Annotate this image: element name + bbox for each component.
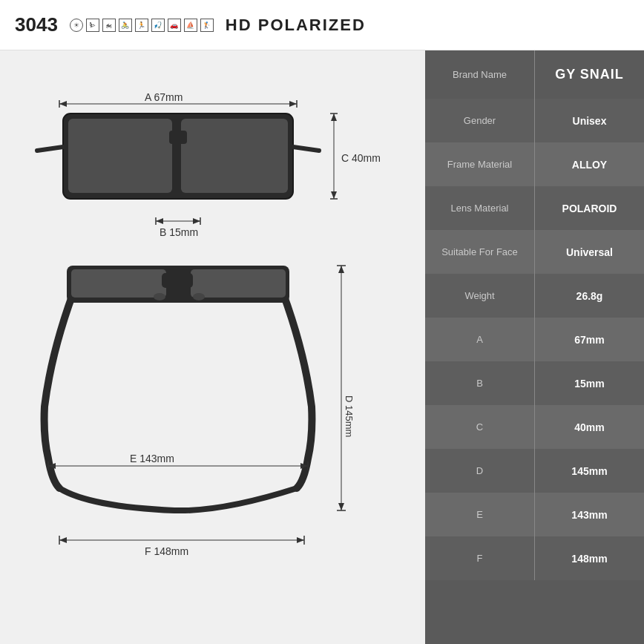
svg-marker-21 [156,218,163,224]
svg-rect-7 [68,119,172,193]
spec-row-f: F148mm [425,536,644,580]
svg-marker-40 [338,503,344,510]
spec-label: Weight [425,274,535,318]
svg-text:C 40mm: C 40mm [341,152,381,164]
spec-value: 40mm [535,405,644,449]
specs-panel: Brand NameGY SNAILGenderUnisexFrame Mate… [425,50,644,644]
spec-label: F [425,536,535,580]
spec-label: Gender [425,99,535,142]
spec-value: 15mm [535,361,644,405]
svg-text:A 67mm: A 67mm [145,91,183,103]
product-title: HD POLARIZED [226,16,366,35]
spec-row-b: B15mm [425,361,644,405]
svg-marker-15 [331,114,337,121]
svg-line-10 [37,147,63,151]
activity-icon-4: 🚴 [119,19,132,32]
spec-value: 143mm [535,493,644,536]
activity-icon-1: ☀ [70,19,83,32]
spec-label: C [425,405,535,449]
activity-icon-9: 🏌 [200,19,214,32]
svg-line-11 [293,147,319,151]
spec-value: Unisex [535,99,644,142]
glasses-diagram: A 67mm C 40mm [15,65,408,629]
activity-icon-3: 🏍 [102,19,116,32]
spec-row-brand-name: Brand NameGY SNAIL [425,50,644,99]
spec-value: GY SNAIL [535,50,644,99]
activity-icon-7: 🚗 [168,19,181,32]
svg-marker-4 [289,101,297,107]
svg-marker-39 [338,266,344,273]
spec-label: Frame Material [425,142,535,186]
spec-label: D [425,449,535,493]
spec-value: 145mm [535,449,644,493]
svg-point-29 [193,293,205,300]
spec-label: E [425,493,535,536]
model-number: 3043 [15,13,58,36]
activity-icons: ☀ ⛷ 🏍 🚴 🏃 🎣 🚗 ⛵ 🏌 [70,19,214,32]
main-content: A 67mm C 40mm [0,50,644,644]
svg-text:B 15mm: B 15mm [160,226,198,238]
spec-value: POLAROID [535,186,644,230]
svg-marker-22 [193,218,200,224]
spec-value: 148mm [535,536,644,580]
spec-label: Lens Material [425,186,535,230]
activity-icon-2: ⛷ [86,19,99,32]
spec-row-e: E143mm [425,493,644,536]
svg-text:D 145mm: D 145mm [344,395,355,437]
spec-row-a: A67mm [425,318,644,361]
svg-text:F 148mm: F 148mm [145,545,188,557]
activity-icon-8: ⛵ [184,19,197,32]
activity-icon-5: 🏃 [135,19,148,32]
spec-row-lens-material: Lens MaterialPOLAROID [425,186,644,230]
svg-point-28 [154,293,165,300]
spec-row-c: C40mm [425,405,644,449]
spec-label: Brand Name [425,50,535,99]
spec-row-suitable-for-face: Suitable For FaceUniversal [425,230,644,274]
diagram-panel: A 67mm C 40mm [0,50,425,644]
spec-value: Universal [535,230,644,274]
spec-label: B [425,361,535,405]
spec-label: A [425,318,535,361]
svg-rect-9 [169,131,187,144]
svg-text:E 143mm: E 143mm [130,453,174,464]
svg-marker-46 [297,537,304,543]
svg-marker-16 [331,191,337,199]
svg-rect-8 [181,119,288,193]
spec-label: Suitable For Face [425,230,535,274]
spec-row-weight: Weight26.8g [425,274,644,318]
activity-icon-6: 🎣 [151,19,165,32]
svg-marker-3 [59,101,67,107]
spec-row-d: D145mm [425,449,644,493]
spec-row-frame-material: Frame MaterialALLOY [425,142,644,186]
svg-rect-27 [162,273,193,288]
svg-rect-25 [71,269,166,298]
svg-marker-45 [59,537,67,543]
header: 3043 ☀ ⛷ 🏍 🚴 🏃 🎣 🚗 ⛵ 🏌 HD POLARIZED [0,0,644,50]
spec-value: 67mm [535,318,644,361]
spec-value: 26.8g [535,274,644,318]
spec-row-gender: GenderUnisex [425,99,644,142]
spec-value: ALLOY [535,142,644,186]
svg-rect-26 [191,269,286,298]
